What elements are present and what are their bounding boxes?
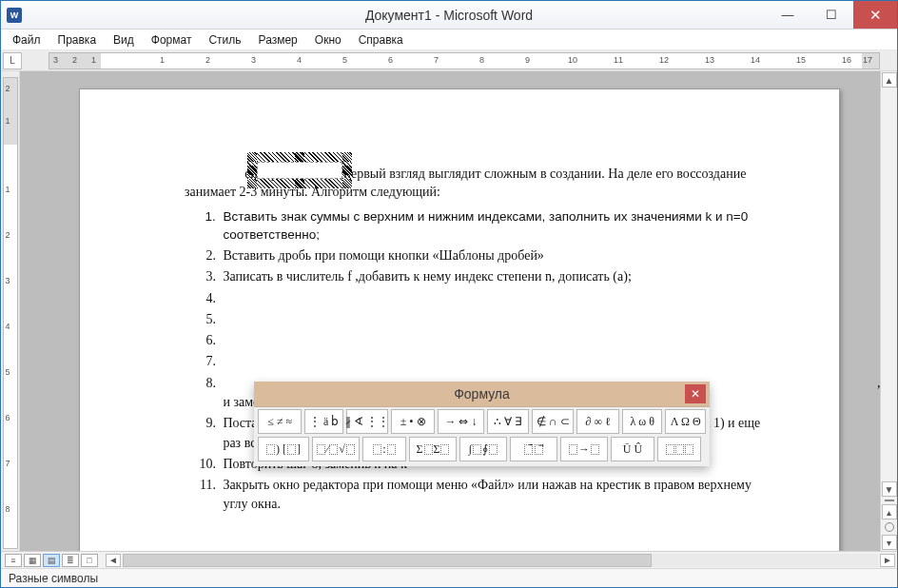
menu-style[interactable]: Стиль	[201, 31, 248, 49]
formula-toolbar: ≤ ≠ ≈ ⋮ ä ḃ ∦ ∢ ⋮⋮ ± • ⊗ → ⇔ ↓ ∴ ∀ ∃ ∉ ∩…	[254, 406, 710, 466]
instruction-list: Вставить знак суммы с верхним и нижним и…	[185, 207, 778, 515]
formula-row-symbols: ≤ ≠ ≈ ⋮ ä ḃ ∦ ∢ ⋮⋮ ± • ⊗ → ⇔ ↓ ∴ ∀ ∃ ∉ ∩…	[258, 409, 706, 434]
list-item	[219, 352, 778, 371]
document-viewport[interactable]: Ряд Тейлора только на первый взгляд выгл…	[20, 71, 897, 551]
view-print-button[interactable]: ▤	[43, 554, 60, 567]
vruler-tick: 1	[6, 116, 10, 126]
tab-selector[interactable]: L	[3, 52, 22, 69]
formula-dialog[interactable]: Формула ✕ ≤ ≠ ≈ ⋮ ä ḃ ∦ ∢ ⋮⋮ ± • ⊗ → ⇔ ↓…	[254, 382, 710, 466]
ruler-tick: 6	[388, 55, 393, 65]
vertical-ruler[interactable]: 2 1 1 2 3 4 5 6 7 8	[1, 71, 20, 551]
scroll-up-button[interactable]: ▲	[882, 72, 897, 88]
menu-format[interactable]: Формат	[144, 31, 200, 49]
view-outline-button[interactable]: ≣	[62, 554, 79, 567]
menu-window[interactable]: Окно	[307, 31, 349, 49]
formula-dialog-close-button[interactable]: ✕	[685, 384, 706, 403]
list-item: Вставить дробь при помощи кнопки «Шаблон…	[219, 246, 778, 265]
scroll-down-button[interactable]: ▼	[882, 481, 897, 497]
hscroll-right-button[interactable]: ►	[880, 554, 895, 567]
ruler-tick: 17	[863, 55, 872, 65]
hscroll-left-button[interactable]: ◄	[106, 554, 121, 567]
equation-cursor[interactable]	[257, 162, 342, 179]
grp-operators[interactable]: ± • ⊗	[391, 409, 435, 434]
grp-arrows[interactable]: → ⇔ ↓	[438, 409, 483, 434]
list-item: Закрыть окно редактора при помощи меню «…	[219, 476, 778, 515]
menu-help[interactable]: Справка	[351, 31, 411, 49]
app-window: W Документ1 - Microsoft Word — ☐ ✕ Файл …	[0, 0, 898, 588]
list-item	[219, 289, 778, 308]
grp-fractions-radicals[interactable]: ⁄ √	[312, 437, 360, 461]
grp-relational[interactable]: ≤ ≠ ≈	[258, 409, 302, 434]
view-normal-button[interactable]: ≡	[5, 554, 22, 567]
vruler-tick: 4	[6, 322, 10, 331]
grp-greek-lower[interactable]: λ ω θ	[622, 409, 663, 434]
grp-integrals[interactable]: ∫ ∮	[459, 437, 507, 461]
view-reading-button[interactable]: □	[81, 554, 98, 567]
formula-dialog-title[interactable]: Формула ✕	[254, 382, 710, 406]
statusbar: Разные символы	[1, 568, 897, 587]
hscroll-thumb[interactable]	[123, 554, 652, 567]
grp-misc[interactable]: ∂ ∞ ℓ	[576, 409, 618, 434]
ruler-tick: 1	[91, 55, 96, 65]
grp-logical[interactable]: ∴ ∀ ∃	[487, 409, 529, 434]
ruler-tick: 4	[297, 55, 302, 65]
menubar: Файл Правка Вид Формат Стиль Размер Окно…	[1, 29, 897, 50]
menu-edit[interactable]: Правка	[50, 31, 105, 49]
vruler-tick: 2	[6, 230, 10, 240]
select-browse-object-button[interactable]	[885, 522, 894, 532]
ruler-tick: 3	[251, 55, 256, 65]
bottom-bar: ≡ ▦ ▤ ≣ □ ◄ ►	[1, 551, 897, 568]
ruler-tick: 10	[568, 55, 577, 65]
browse-separator	[885, 500, 894, 501]
grp-greek-upper[interactable]: Λ Ω Θ	[665, 409, 706, 434]
vruler-tick: 1	[6, 185, 10, 194]
grp-products[interactable]: Ū Û	[611, 437, 654, 461]
ruler-tick: 2	[205, 55, 210, 65]
menu-file[interactable]: Файл	[5, 31, 49, 49]
ruler-tick: 12	[659, 55, 669, 65]
work-area: 2 1 1 2 3 4 5 6 7 8	[1, 71, 897, 551]
grp-labeled-arrows[interactable]: →	[560, 437, 608, 461]
menu-size[interactable]: Размер	[251, 31, 305, 49]
vruler-tick: 7	[6, 459, 10, 468]
menu-view[interactable]: Вид	[106, 31, 142, 49]
ruler-tick: 1	[160, 55, 165, 65]
grp-sub-super[interactable]: :	[362, 437, 406, 461]
horizontal-ruler[interactable]: 3 2 1 1 2 3 4 5 6 7 8 9 10 11 12 13 14 1…	[49, 52, 880, 69]
prev-page-button[interactable]: ▴	[882, 504, 897, 519]
grp-bars-hats[interactable]: ̄ ⃗	[510, 437, 557, 461]
formula-dialog-title-text: Формула	[454, 386, 510, 402]
list-item: Вставить знак суммы с верхним и нижним и…	[219, 207, 778, 245]
ruler-tick: 2	[72, 55, 77, 65]
document-page[interactable]: Ряд Тейлора только на первый взгляд выгл…	[79, 88, 840, 551]
next-page-button[interactable]: ▾	[882, 535, 897, 550]
ruler-tick: 3	[53, 55, 58, 65]
grp-spaces-dots[interactable]: ⋮ ä ḃ	[304, 409, 343, 434]
ruler-tick: 16	[842, 55, 851, 65]
vertical-scrollbar[interactable]: ▲ ▼ ▴ ▾	[880, 71, 897, 551]
ruler-tick: 5	[342, 55, 347, 65]
list-item: Записать в числитель f ,добавить к нему …	[219, 267, 778, 286]
horizontal-ruler-row: L 3 2 1 1 2 3 4 5 6 7 8 9 10 11 12 13 14…	[1, 50, 897, 71]
grp-fences[interactable]: ) []	[258, 437, 309, 461]
vruler-tick: 2	[6, 84, 10, 93]
grp-summation[interactable]: Σ Σ	[409, 437, 457, 461]
ruler-tick: 15	[796, 55, 806, 65]
horizontal-scrollbar[interactable]	[123, 554, 878, 567]
status-text: Разные символы	[9, 572, 98, 585]
ruler-tick: 8	[479, 55, 484, 65]
ruler-tick: 13	[705, 55, 714, 65]
ruler-tick: 14	[751, 55, 760, 65]
equation-object[interactable]	[247, 152, 352, 188]
titlebar: W Документ1 - Microsoft Word — ☐ ✕	[1, 1, 897, 29]
vruler-tick: 5	[6, 367, 10, 377]
ruler-tick: 7	[434, 55, 439, 65]
grp-set-theory[interactable]: ∉ ∩ ⊂	[532, 409, 574, 434]
view-web-button[interactable]: ▦	[24, 554, 41, 567]
grp-matrices[interactable]	[657, 437, 701, 461]
window-title: Документ1 - Microsoft Word	[1, 8, 897, 23]
list-item	[219, 331, 778, 350]
ruler-tick: 9	[525, 55, 530, 65]
vruler-tick: 8	[6, 504, 10, 514]
grp-embellishments[interactable]: ∦ ∢ ⋮⋮	[346, 409, 388, 434]
